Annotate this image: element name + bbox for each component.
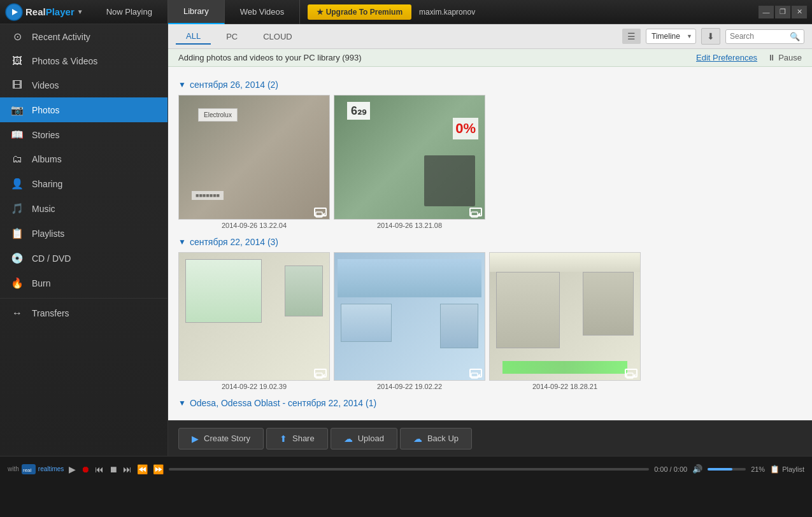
- username-label: maxim.kapronov: [419, 8, 759, 17]
- sidebar-item-videos[interactable]: 🎞 Videos: [0, 73, 167, 97]
- logo-dropdown-icon[interactable]: ▼: [77, 8, 83, 15]
- sidebar-item-cd-dvd[interactable]: 💿 CD / DVD: [0, 246, 167, 271]
- upload-button[interactable]: ☁ Upload: [331, 428, 397, 450]
- sidebar-item-photos[interactable]: 📷 Photos: [0, 97, 167, 122]
- section-header-sep26[interactable]: ▼ сентября 26, 2014 (2): [178, 77, 802, 92]
- photo-item-4[interactable]: 2014-09-22 19.02.22: [334, 252, 485, 390]
- record-button[interactable]: ⏺: [81, 464, 90, 474]
- photo-content: ▼ сентября 26, 2014 (2) Electrolux ■■■■■…: [168, 67, 812, 420]
- sidebar-item-burn[interactable]: 🔥 Burn: [0, 271, 167, 295]
- photo-video-icon-2: [469, 208, 482, 216]
- section-title-sep26: сентября 26, 2014 (2): [190, 80, 278, 90]
- sidebar-item-transfers[interactable]: ↔ Transfers: [0, 301, 167, 325]
- forward-button[interactable]: ⏩: [153, 464, 164, 474]
- photo-item-2[interactable]: 6₂₉ 0% 2014-09-26 13.21.08: [334, 95, 485, 229]
- svg-rect-5: [316, 373, 322, 378]
- albums-icon: 🗂: [10, 153, 24, 165]
- download-button[interactable]: ⬇: [701, 28, 720, 45]
- volume-icon: 🔊: [692, 464, 702, 474]
- minimize-button[interactable]: —: [759, 6, 774, 18]
- nav-tabs: Now Playing Library Web Videos: [91, 0, 301, 24]
- recent-activity-icon: ⊙: [10, 31, 24, 43]
- sidebar-item-stories[interactable]: 📖 Stories: [0, 122, 167, 147]
- photo-item-5[interactable]: 2014-09-22 18.28.21: [489, 252, 641, 390]
- rewind-button[interactable]: ⏪: [137, 464, 148, 474]
- sidebar-item-sharing[interactable]: 👤 Sharing: [0, 171, 167, 196]
- tab-pc-button[interactable]: PC: [216, 29, 248, 44]
- timeline-select[interactable]: Timeline Date Name Size: [646, 29, 696, 44]
- tab-now-playing[interactable]: Now Playing: [91, 0, 168, 24]
- create-story-label: Create Story: [204, 434, 250, 443]
- edit-preferences-link[interactable]: Edit Preferences: [696, 53, 757, 62]
- tab-all-button[interactable]: ALL: [176, 29, 211, 45]
- photo-item-1[interactable]: Electrolux ■■■■■■■ 2014-09-26 13.22.04: [178, 95, 330, 229]
- stories-icon: 📖: [10, 129, 24, 141]
- sidebar-item-photos-videos[interactable]: 🖼 Photos & Videos: [0, 49, 167, 73]
- photo-thumb-2: 6₂₉ 0%: [334, 95, 485, 220]
- main-layout: ⊙ Recent Activity 🖼 Photos & Videos 🎞 Vi…: [0, 24, 812, 456]
- share-button[interactable]: ⬆ Share: [266, 428, 328, 450]
- search-icon-button[interactable]: 🔍: [790, 32, 800, 41]
- sidebar-item-label: Music: [32, 204, 55, 214]
- play-button[interactable]: ▶: [69, 464, 76, 474]
- action-bar: ▶ Create Story ⬆ Share ☁ Upload ☁ Back U…: [168, 420, 812, 456]
- sidebar-item-label: Videos: [32, 80, 59, 90]
- share-icon: ⬆: [280, 434, 287, 444]
- photo-item-3[interactable]: 2014-09-22 19.02.39: [178, 252, 330, 390]
- svg-rect-4: [471, 212, 478, 217]
- section-header-sep22[interactable]: ▼ сентября 22, 2014 (3): [178, 234, 802, 250]
- search-box: 🔍: [725, 29, 804, 44]
- tab-cloud-button[interactable]: CLOUD: [253, 29, 303, 44]
- sidebar-item-label: Sharing: [32, 179, 62, 189]
- transfers-icon: ↔: [10, 308, 24, 319]
- sidebar-item-playlists[interactable]: 📋 Playlists: [0, 221, 167, 246]
- sidebar: ⊙ Recent Activity 🖼 Photos & Videos 🎞 Vi…: [0, 24, 168, 456]
- playlist-button[interactable]: 📋 Playlist: [770, 465, 804, 474]
- prev-button[interactable]: ⏮: [95, 464, 104, 474]
- sidebar-item-recent-activity[interactable]: ⊙ Recent Activity: [0, 24, 167, 49]
- sidebar-item-label: Photos & Videos: [32, 56, 97, 66]
- close-button[interactable]: ✕: [792, 6, 807, 18]
- section-header-odesa[interactable]: ▼ Odesa, Odessa Oblast - сентября 22, 20…: [178, 395, 802, 411]
- share-label: Share: [292, 434, 315, 443]
- timeline-select-wrapper: Timeline Date Name Size: [646, 29, 696, 44]
- section-title-sep22: сентября 22, 2014 (3): [190, 237, 278, 247]
- sidebar-item-label: Burn: [32, 278, 51, 288]
- restore-button[interactable]: ❐: [775, 6, 790, 18]
- tab-web-videos[interactable]: Web Videos: [225, 0, 301, 24]
- search-input[interactable]: [730, 32, 787, 41]
- sidebar-item-label: Stories: [32, 130, 60, 140]
- infobar-text: Adding photos and videos to your PC libr…: [178, 53, 362, 62]
- player-bar: with real realtimes ▶ ⏺ ⏮ ⏹ ⏭ ⏪ ⏩ 0:00 /…: [0, 456, 812, 481]
- stop-button[interactable]: ⏹: [109, 464, 118, 474]
- sidebar-item-label: Transfers: [32, 308, 69, 318]
- sidebar-item-music[interactable]: 🎵 Music: [0, 196, 167, 221]
- time-display: 0:00 / 0:00: [654, 465, 687, 473]
- playlist-icon: 📋: [770, 465, 780, 474]
- pause-button[interactable]: ⏸ Pause: [767, 53, 802, 62]
- infobar: Adding photos and videos to your PC libr…: [168, 49, 812, 67]
- photo-label-1: 2014-09-26 13.22.04: [222, 222, 287, 229]
- tab-library[interactable]: Library: [168, 0, 225, 24]
- infobar-actions: Edit Preferences ⏸ Pause: [696, 53, 802, 62]
- upgrade-button[interactable]: Upgrade To Premium: [308, 4, 411, 20]
- sidebar-item-albums[interactable]: 🗂 Albums: [0, 147, 167, 171]
- upload-icon: ☁: [344, 434, 353, 444]
- photos-icon: 📷: [10, 104, 24, 116]
- create-story-button[interactable]: ▶ Create Story: [178, 428, 264, 450]
- volume-percent: 21%: [751, 465, 765, 473]
- photo-video-icon-5: [625, 369, 637, 378]
- realtimes-brand-icon: real: [22, 464, 36, 474]
- progress-bar[interactable]: [169, 468, 649, 471]
- logo[interactable]: RealPlayer ▼: [5, 3, 83, 21]
- volume-bar[interactable]: [708, 468, 746, 471]
- backup-button[interactable]: ☁ Back Up: [400, 428, 472, 450]
- backup-label: Back Up: [427, 434, 459, 443]
- menu-icon-button[interactable]: ☰: [622, 29, 641, 44]
- toolbar: ALL PC CLOUD ☰ Timeline Date Name Size ⬇…: [168, 24, 812, 49]
- sidebar-item-label: Albums: [32, 154, 62, 164]
- photo-label-2: 2014-09-26 13.21.08: [377, 222, 442, 229]
- photo-thumb-3: [178, 252, 330, 381]
- next-button[interactable]: ⏭: [123, 464, 132, 474]
- photo-video-icon-4: [469, 369, 482, 378]
